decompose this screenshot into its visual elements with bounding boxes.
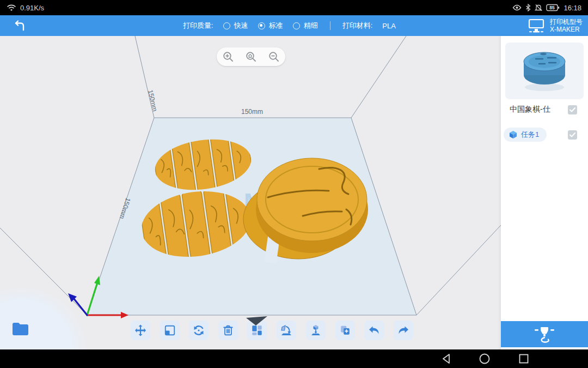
quality-option-standard-label: 标准 xyxy=(269,21,283,31)
back-button[interactable] xyxy=(10,17,28,34)
print-material-label: 打印材料: xyxy=(342,21,373,31)
battery-icon: 85 xyxy=(546,4,560,11)
nav-back-icon xyxy=(441,353,452,365)
nav-recents-button[interactable] xyxy=(513,349,535,368)
quality-option-fast-label: 快速 xyxy=(234,21,248,31)
task-name-label: 任务1 xyxy=(521,130,539,140)
nav-home-button[interactable] xyxy=(474,349,495,368)
scene-3d: 150mm 150mm 150mm M xyxy=(0,36,501,349)
duplicate-tool-button[interactable] xyxy=(335,321,355,340)
quality-option-standard[interactable]: 标准 xyxy=(258,21,283,31)
model-thumbnail-card[interactable] xyxy=(505,43,584,99)
print-settings-group: 打印质量: 快速 标准 精细 打印材料: PLA xyxy=(183,15,396,36)
model-checkbox[interactable] xyxy=(568,105,577,114)
notifications-off-icon xyxy=(535,4,542,11)
printer-model-selector[interactable]: 打印机型号 X-MAKER xyxy=(528,15,583,36)
bluetooth-icon xyxy=(525,4,531,11)
android-navigation-bar xyxy=(0,349,588,368)
print-quality-label: 打印质量: xyxy=(183,21,213,31)
clock: 16:18 xyxy=(564,4,581,12)
check-icon xyxy=(569,132,575,137)
radio-unselected-icon xyxy=(293,22,300,29)
wall-edge-right xyxy=(351,36,406,118)
move-tool-button[interactable] xyxy=(131,321,150,340)
model-list-item[interactable]: 中国象棋-仕 xyxy=(501,102,588,117)
support-icon xyxy=(309,324,322,337)
toolbar-divider xyxy=(330,21,330,30)
printer-model-label: 打印机型号 xyxy=(550,18,583,26)
frame-line-front-right xyxy=(416,225,501,315)
trash-icon xyxy=(222,324,234,336)
radio-unselected-icon xyxy=(223,22,230,29)
tool-cursor-flag xyxy=(246,316,268,327)
zoom-out-button[interactable] xyxy=(266,49,282,65)
undo-tool-button[interactable] xyxy=(364,321,384,340)
rotate-tool-button[interactable] xyxy=(189,321,209,340)
battery-percent: 85 xyxy=(550,5,555,10)
rotate-icon xyxy=(192,324,205,337)
dimension-label-wall: 150mm xyxy=(146,89,159,112)
frame-line-front-left xyxy=(0,228,87,315)
task-pill[interactable]: 任务1 xyxy=(504,128,547,142)
task-list-item[interactable]: 任务1 xyxy=(501,126,588,143)
quality-option-fine-label: 精细 xyxy=(304,21,318,31)
eye-comfort-icon xyxy=(512,4,522,11)
nav-home-icon xyxy=(479,353,491,365)
support-tool-button[interactable] xyxy=(306,321,326,340)
back-arrow-icon xyxy=(11,19,27,32)
scale-tool-button[interactable] xyxy=(160,321,180,340)
model-thumbnail xyxy=(512,47,577,95)
zoom-reset-button[interactable] xyxy=(243,49,259,65)
nav-recents-icon xyxy=(518,353,529,364)
zoom-in-button[interactable] xyxy=(220,49,236,65)
delete-tool-button[interactable] xyxy=(218,321,238,340)
dimension-label-top: 150mm xyxy=(241,108,263,116)
lay-flat-icon xyxy=(280,324,293,337)
move-icon xyxy=(134,324,147,337)
quality-option-fine[interactable]: 精细 xyxy=(293,21,318,31)
print-material-value[interactable]: PLA xyxy=(382,22,396,30)
open-file-button[interactable] xyxy=(11,321,32,338)
app-toolbar: 打印质量: 快速 标准 精细 打印材料: PLA xyxy=(0,15,588,36)
scale-icon xyxy=(164,324,176,336)
lay-flat-tool-button[interactable] xyxy=(277,321,296,340)
task-checkbox[interactable] xyxy=(568,130,577,140)
undo-icon xyxy=(367,324,381,337)
duplicate-icon xyxy=(339,324,351,336)
check-icon xyxy=(569,107,575,112)
nav-back-button[interactable] xyxy=(436,349,457,368)
folder-icon xyxy=(11,321,32,338)
network-speed: 0.91K/s xyxy=(20,4,44,12)
printer-monitor-icon xyxy=(528,18,545,33)
wifi-icon xyxy=(7,4,16,11)
redo-icon xyxy=(397,324,410,337)
task-cube-icon xyxy=(509,130,517,139)
print-nozzle-icon xyxy=(534,324,555,344)
redo-tool-button[interactable] xyxy=(394,321,413,340)
model-name-label: 中国象棋-仕 xyxy=(510,105,550,114)
build-viewport[interactable]: 150mm 150mm 150mm M xyxy=(0,36,501,349)
start-print-button[interactable] xyxy=(501,321,588,347)
printer-model-value: X-MAKER xyxy=(550,26,583,33)
android-status-bar: 0.91K/s 85 16:18 xyxy=(0,0,588,15)
slicer-app-window: 0.91K/s 85 16:18 xyxy=(0,0,588,368)
zoom-controls xyxy=(217,47,285,66)
model-list-sidebar: 中国象棋-仕 任务1 xyxy=(501,36,588,349)
quality-option-fast[interactable]: 快速 xyxy=(223,21,248,31)
radio-selected-icon xyxy=(258,22,265,29)
